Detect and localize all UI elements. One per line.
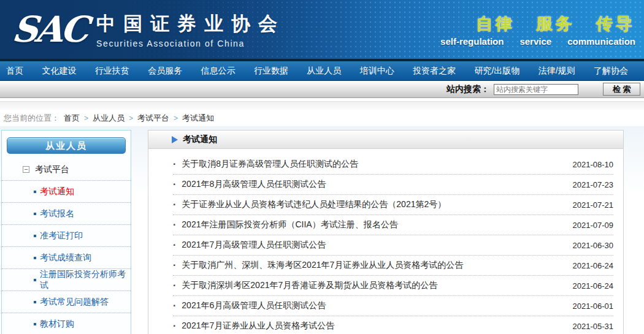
nav-item[interactable]: 投资者之家 [413,66,456,77]
bullet-icon [173,159,176,170]
bullet-icon [173,300,176,311]
bullet-icon [173,199,176,210]
sidebar-title[interactable]: 从业人员 [7,137,126,154]
bullet-icon [173,179,176,190]
site-header: SAC 中国证券业协会 Securities Association of Ch… [0,0,644,59]
search-input[interactable] [494,84,578,95]
sidebar-item[interactable]: 注册国际投资分析师考试 [2,269,131,291]
bullet-icon [173,260,176,271]
sidebar-item-link[interactable]: 考试报名 [40,208,74,219]
sidebar-item[interactable]: 考试常见问题解答 [2,291,131,313]
nav-item[interactable]: 从业人员 [307,66,341,77]
nav-item[interactable]: 会员服务 [148,66,182,77]
breadcrumb-link[interactable]: 考试通知 [182,113,214,124]
breadcrumb: 您当前的位置： 首页>从业人员>考试平台>考试通知 [0,110,644,126]
slogan-word: 传导 [596,13,635,35]
nav-item[interactable]: 了解协会 [594,66,628,77]
breadcrumb-link[interactable]: 考试平台 [137,113,169,124]
sidebar-item[interactable]: 准考证打印 [2,225,131,247]
nav-item[interactable]: 首页 [6,66,23,77]
announcement-date: 2021-07-23 [573,180,614,189]
announcement-link[interactable]: 2021年7月高级管理人员任职测试公告 [182,240,572,251]
bullet-icon [173,219,176,230]
page-title: 考试通知 [183,134,217,145]
announcement-link[interactable]: 2021年注册国际投资分析师（CIIA）考试注册、报名公告 [182,219,572,230]
sidebar-item[interactable]: 教材订购 [2,313,131,334]
announcement-row: 关于取消深圳考区2021年7月香港证券及期货从业员资格考试的公告 2021-06… [173,276,613,296]
bullet-icon [34,213,36,215]
announcement-date: 2021-06-24 [573,281,614,290]
bullet-icon [173,280,176,291]
sidebar-item-link[interactable]: 准考证打印 [40,230,83,241]
announcement-link[interactable]: 关于取消深圳考区2021年7月香港证券及期货从业员资格考试的公告 [182,280,572,291]
sidebar-item-link[interactable]: 考试成绩查询 [40,252,91,264]
announcement-row: 关于取消广州、深圳、珠海考区2021年7月证券业从业人员资格考试的公告 2021… [173,256,613,276]
announcement-link[interactable]: 关于取消广州、深圳、珠海考区2021年7月证券业从业人员资格考试的公告 [182,260,572,271]
sidebar-menu: 考试平台 考试通知 考试报名 准考证打印 考试成绩查询 注册国际投资分析师考试 … [2,159,131,334]
announcement-date: 2021-05-31 [573,322,614,331]
announcement-row: 关于取消8月证券高级管理人员任职测试的公告 2021-08-10 [173,154,613,175]
announcement-link[interactable]: 关于取消8月证券高级管理人员任职测试的公告 [182,159,572,170]
breadcrumb-separator-icon: > [84,114,88,123]
breadcrumb-link[interactable]: 从业人员 [93,113,125,124]
slogan-zh-row: 自律服务传导 [424,13,635,35]
bullet-icon [34,279,36,281]
slogan-word: communication [567,36,635,47]
sac-logo[interactable]: SAC [10,12,98,47]
announcement-link[interactable]: 2021年6月高级管理人员任职测试公告 [182,300,572,311]
nav-item[interactable]: 法律/规则 [539,66,575,77]
nav-item[interactable]: 文化建设 [42,66,76,77]
bullet-icon [173,240,176,251]
sidebar-item[interactable]: 考试报名 [2,203,131,225]
content: 从业人员 考试平台 考试通知 考试报名 准考证打印 考试成绩查询 注册国际投资分… [0,126,644,334]
sidebar-item-link[interactable]: 考试通知 [40,186,74,197]
bullet-icon [34,301,36,303]
bullet-icon [34,323,36,325]
announcement-date: 2021-06-30 [573,241,614,250]
announcement-link[interactable]: 2021年8月高级管理人员任职测试公告 [182,179,572,190]
bullet-icon [34,191,36,193]
logo-block: SAC 中国证券业协会 Securities Association of Ch… [0,11,285,48]
sidebar-item[interactable]: 考试通知 [2,181,131,203]
slogan-word: service [519,36,551,47]
search-button[interactable]: 检 索 [603,83,640,96]
announcement-date: 2021-08-10 [573,160,614,169]
divider-band [0,101,644,110]
sidebar-section[interactable]: 考试平台 [2,159,131,181]
bullet-icon [173,321,176,332]
nav-item[interactable]: 研究/出版物 [474,66,519,77]
announcement-row: 2021年7月证券业从业人员资格考试公告 2021-05-31 [173,316,613,334]
nav-item[interactable]: 行业扶贫 [95,66,129,77]
nav-item[interactable]: 行业数据 [254,66,288,77]
sidebar-section-label: 考试平台 [35,164,69,175]
announcement-list: 关于取消8月证券高级管理人员任职测试的公告 2021-08-10 2021年8月… [173,154,613,334]
sidebar-item-link[interactable]: 考试常见问题解答 [40,297,109,308]
announcement-row: 2021年注册国际投资分析师（CIIA）考试注册、报名公告 2021-07-09 [173,215,613,235]
site-names: 中国证券业协会 Securities Association of China [96,11,285,48]
slogan-word: 自律 [476,13,515,35]
announcement-link[interactable]: 关于证券业从业人员资格考试违纪人员处理结果的公告（2021第2号） [182,199,572,210]
nav-item[interactable]: 培训中心 [360,66,394,77]
breadcrumb-link[interactable]: 首页 [64,113,80,124]
nav-item[interactable]: 信息公示 [201,66,236,77]
announcement-date: 2021-07-21 [573,200,614,210]
sidebar-item-link[interactable]: 注册国际投资分析师考试 [40,269,131,291]
main-nav: 首页文化建设行业扶贫会员服务信息公示行业数据从业人员培训中心投资者之家研究/出版… [0,59,644,81]
breadcrumb-separator-icon: > [129,114,133,123]
announcement-date: 2021-06-24 [573,261,614,270]
arrow-right-icon [172,136,178,143]
announcement-row: 关于证券业从业人员资格考试违纪人员处理结果的公告（2021第2号） 2021-0… [173,195,613,215]
site-name-en: Securities Association of China [96,39,285,48]
slogan: 自律服务传导 self-regulationservicecommunicati… [424,12,644,47]
announcement-date: 2021-07-09 [573,221,614,230]
announcement-link[interactable]: 2021年7月证券业从业人员资格考试公告 [182,321,572,332]
main-panel: 考试通知 关于取消8月证券高级管理人员任职测试的公告 2021-08-10 20… [148,130,624,334]
announcement-row: 2021年7月高级管理人员任职测试公告 2021-06-30 [173,235,613,256]
bullet-icon [34,235,36,237]
sidebar-item-link[interactable]: 教材订购 [40,319,74,330]
site-name-zh: 中国证券业协会 [96,11,285,37]
slogan-en-row: self-regulationservicecommunication [424,36,635,47]
search-bar: 站内搜索： 检 索 [0,81,644,98]
breadcrumb-prefix: 您当前的位置： [4,113,59,124]
sidebar-item[interactable]: 考试成绩查询 [2,247,131,269]
